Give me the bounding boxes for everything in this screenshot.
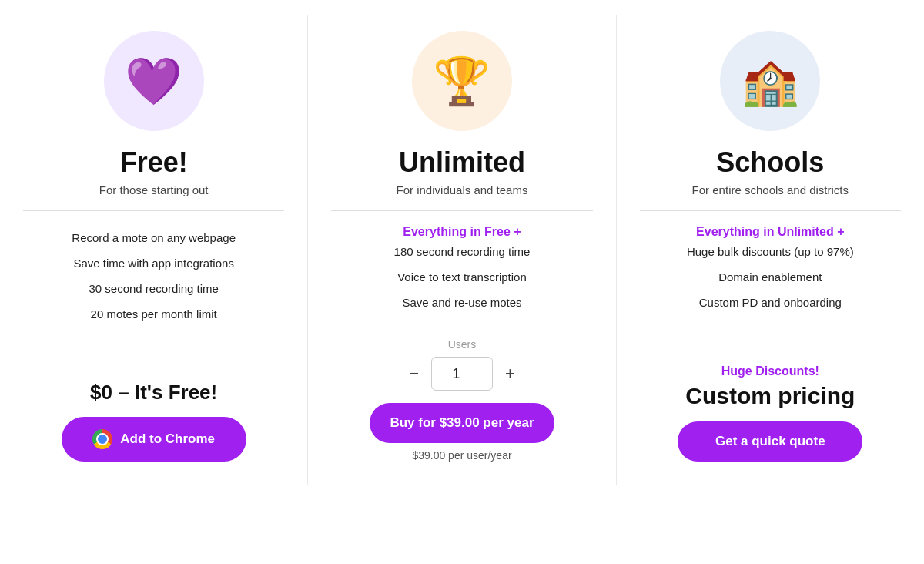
buy-now-label: Buy for $39.00 per year <box>390 415 534 431</box>
schools-features-list: Huge bulk discounts (up to 97%) Domain e… <box>640 239 901 315</box>
free-feature-4: 20 motes per month limit <box>23 301 284 327</box>
users-stepper: − + <box>397 357 527 391</box>
free-plan-icon: 💜 <box>104 31 204 131</box>
free-plan-column: 💜 Free! For those starting out Record a … <box>0 15 308 485</box>
free-plan-subtitle: For those starting out <box>99 183 209 196</box>
add-to-chrome-button[interactable]: Add to Chrome <box>62 417 246 462</box>
users-decrement-button[interactable]: − <box>397 359 431 388</box>
unlimited-plan-icon: 🏆 <box>412 31 512 131</box>
unlimited-plan-subtitle: For individuals and teams <box>397 183 528 196</box>
get-quick-quote-label: Get a quick quote <box>715 434 825 449</box>
free-feature-3: 30 second recording time <box>23 276 284 301</box>
unlimited-pricing-bottom: Users − + Buy for $39.00 per year $39.00… <box>331 338 592 462</box>
schools-feature-1: Huge bulk discounts (up to 97%) <box>640 239 901 264</box>
schools-plan-column: 🏫 Schools For entire schools and distric… <box>617 15 924 485</box>
schools-pricing-bottom: Huge Discounts! Custom pricing Get a qui… <box>640 364 901 462</box>
unlimited-features-list: 180 second recording time Voice to text … <box>331 239 592 315</box>
get-quick-quote-button[interactable]: Get a quick quote <box>678 421 862 462</box>
users-label: Users <box>448 338 477 351</box>
discount-label: Huge Discounts! <box>721 364 819 378</box>
schools-feature-3: Custom PD and onboarding <box>640 290 901 315</box>
unlimited-plan-title: Unlimited <box>399 146 525 179</box>
schools-feature-2: Domain enablement <box>640 264 901 290</box>
schools-plan-subtitle: For entire schools and districts <box>692 183 849 196</box>
free-feature-2: Save time with app integrations <box>23 250 284 276</box>
free-plan-title: Free! <box>120 146 188 179</box>
free-pricing-bottom: $0 – It's Free! Add to Chrome <box>23 381 284 462</box>
unlimited-feature-2: Voice to text transcription <box>331 264 592 290</box>
per-user-note: $39.00 per user/year <box>412 449 511 462</box>
schools-plan-title: Schools <box>716 146 824 179</box>
unlimited-everything-in: Everything in Free + <box>403 225 521 239</box>
unlimited-divider <box>331 210 592 211</box>
schools-price: Custom pricing <box>685 383 855 409</box>
unlimited-feature-1: 180 second recording time <box>331 239 592 264</box>
chrome-icon <box>92 429 112 449</box>
unlimited-plan-column: 🏆 Unlimited For individuals and teams Ev… <box>308 15 616 485</box>
unlimited-feature-3: Save and re-use motes <box>331 290 592 315</box>
users-input[interactable] <box>431 357 493 391</box>
pricing-container: 💜 Free! For those starting out Record a … <box>0 15 924 485</box>
free-price: $0 – It's Free! <box>90 381 217 405</box>
schools-plan-icon: 🏫 <box>720 31 820 131</box>
users-section: Users − + <box>331 338 592 391</box>
free-feature-1: Record a mote on any webpage <box>23 225 284 250</box>
free-divider <box>23 210 284 211</box>
add-to-chrome-label: Add to Chrome <box>120 431 215 447</box>
users-increment-button[interactable]: + <box>493 359 527 388</box>
free-features-list: Record a mote on any webpage Save time w… <box>23 225 284 327</box>
buy-now-button[interactable]: Buy for $39.00 per year <box>370 403 554 443</box>
schools-everything-in: Everything in Unlimited + <box>696 225 844 239</box>
schools-divider <box>640 210 901 211</box>
